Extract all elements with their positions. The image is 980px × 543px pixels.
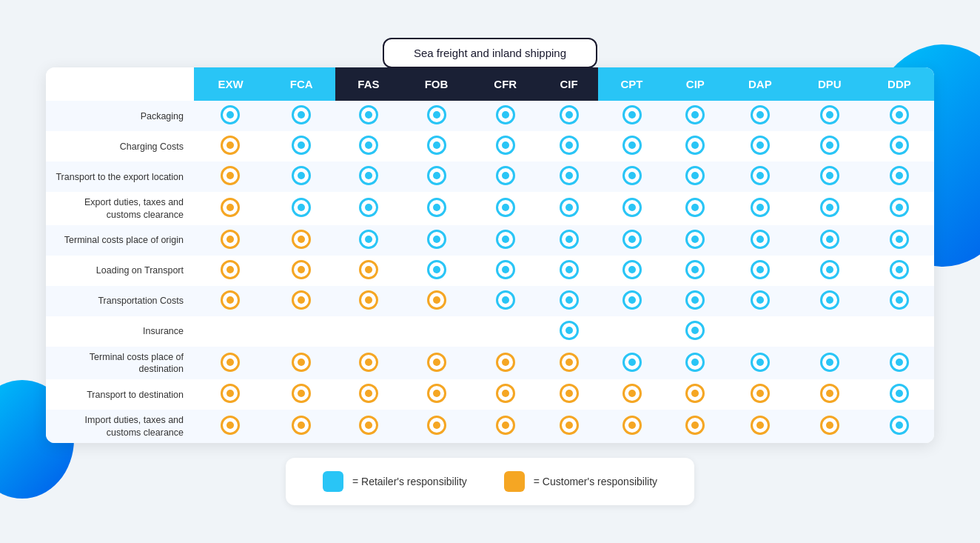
orange-dot-icon — [751, 416, 770, 435]
cell — [865, 225, 934, 256]
cell — [401, 286, 471, 316]
row-label: Loading on Transport — [46, 256, 194, 286]
blue-dot-icon — [622, 290, 642, 310]
blue-dot-icon — [890, 260, 909, 279]
cell — [725, 225, 795, 256]
cell — [795, 225, 865, 256]
blue-dot-icon — [292, 198, 311, 217]
cell — [335, 131, 401, 161]
cell — [267, 316, 335, 347]
col-cif: CIF — [540, 67, 598, 101]
blue-dot-icon — [622, 105, 642, 124]
cell — [471, 286, 540, 316]
cell — [598, 101, 665, 131]
cell — [335, 101, 401, 131]
orange-dot-icon — [292, 384, 311, 403]
blue-dot-icon — [890, 105, 909, 124]
blue-dot-icon — [890, 198, 909, 217]
blue-dot-icon — [560, 260, 579, 279]
blue-dot-icon — [622, 353, 642, 372]
blue-dot-icon — [560, 198, 579, 217]
cell — [725, 161, 795, 192]
cell — [401, 225, 471, 256]
blue-dot-icon — [751, 198, 770, 217]
cell — [471, 316, 540, 347]
row-label: Charging Costs — [46, 131, 194, 161]
orange-dot-icon — [427, 290, 446, 310]
legend: = Retailer's responsibility = Customer's… — [286, 458, 694, 505]
cell — [194, 286, 267, 316]
table-row: Packaging — [46, 101, 934, 131]
cell — [665, 316, 725, 347]
blue-dot-icon — [560, 166, 579, 185]
cell — [471, 192, 540, 225]
blue-dot-icon — [685, 290, 705, 310]
cell — [598, 379, 665, 410]
blue-dot-icon — [751, 260, 770, 279]
col-dap: DAP — [725, 67, 795, 101]
cell — [267, 410, 335, 443]
blue-dot-icon — [820, 166, 839, 185]
row-label: Transport to destination — [46, 379, 194, 410]
cell — [194, 161, 267, 192]
blue-dot-icon — [622, 166, 642, 185]
col-cpt: CPT — [598, 67, 665, 101]
cell — [401, 379, 471, 410]
cell — [598, 161, 665, 192]
orange-dot-icon — [359, 260, 378, 279]
cell — [194, 101, 267, 131]
cell — [795, 131, 865, 161]
cell — [795, 410, 865, 443]
cell — [725, 316, 795, 347]
cell — [725, 410, 795, 443]
cell — [471, 161, 540, 192]
cell — [598, 192, 665, 225]
cell — [401, 410, 471, 443]
blue-dot-icon — [890, 384, 909, 403]
orange-dot-icon — [359, 353, 378, 372]
blue-dot-icon — [685, 260, 705, 279]
orange-dot-icon — [622, 416, 642, 435]
orange-dot-icon — [221, 416, 240, 435]
col-cip: CIP — [665, 67, 725, 101]
cell — [401, 101, 471, 131]
legend-orange-label: = Customer's responsibility — [534, 476, 657, 487]
legend-blue: = Retailer's responsibility — [323, 471, 467, 492]
orange-dot-icon — [820, 384, 839, 403]
cell — [540, 161, 598, 192]
blue-dot-icon — [820, 230, 839, 249]
blue-dot-icon — [359, 198, 378, 217]
blue-dot-icon — [427, 105, 446, 124]
cell — [335, 286, 401, 316]
cell — [540, 192, 598, 225]
header-row: EXW FCA FAS FOB CFR CIF CPT CIP DAP DPU … — [46, 67, 934, 101]
blue-dot-icon — [560, 230, 579, 249]
cell — [540, 379, 598, 410]
cell — [194, 192, 267, 225]
cell — [725, 256, 795, 286]
cell — [194, 347, 267, 380]
cell — [665, 192, 725, 225]
cell — [194, 316, 267, 347]
cell — [335, 192, 401, 225]
cell — [795, 192, 865, 225]
orange-dot-icon — [292, 230, 311, 249]
blue-dot-icon — [751, 353, 770, 372]
row-label: Export duties, taxes and customs clearan… — [46, 192, 194, 225]
cell — [665, 347, 725, 380]
cell — [725, 347, 795, 380]
orange-dot-icon — [221, 166, 240, 185]
blue-dot-icon — [685, 136, 705, 155]
blue-dot-icon — [820, 353, 839, 372]
cell — [471, 101, 540, 131]
cell — [540, 101, 598, 131]
col-fob: FOB — [401, 67, 471, 101]
blue-dot-icon — [622, 260, 642, 279]
cell — [865, 316, 934, 347]
cell — [865, 101, 934, 131]
cell — [665, 161, 725, 192]
legend-blue-icon — [323, 471, 343, 492]
cell — [335, 316, 401, 347]
cell — [194, 225, 267, 256]
blue-dot-icon — [820, 290, 839, 310]
